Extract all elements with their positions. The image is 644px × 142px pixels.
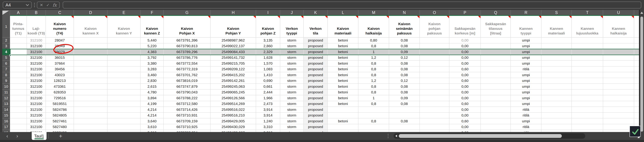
cell-D12[interactable]: [74, 95, 108, 101]
cell-K13[interactable]: proposed: [304, 101, 328, 107]
cell-B2[interactable]: 312100: [27, 38, 46, 44]
cell-Q7[interactable]: [481, 66, 511, 72]
cell-C17[interactable]: 5827480: [46, 124, 74, 130]
cell-A3[interactable]: [10, 44, 27, 49]
sheet-tab-taul1[interactable]: Taul1: [32, 132, 46, 140]
cell-J6[interactable]: storm: [280, 61, 304, 66]
cell-E12[interactable]: [108, 95, 140, 101]
cell-E9[interactable]: [108, 78, 140, 84]
cell-I10[interactable]: 0,661: [256, 84, 280, 90]
cell-U7[interactable]: [603, 66, 634, 72]
cell-A18[interactable]: [10, 130, 27, 132]
column-header-H[interactable]: H: [210, 10, 256, 16]
header-cell-H1[interactable]: Kaivon Pohjan Y: [210, 16, 256, 38]
cell-I16[interactable]: 1,240: [256, 118, 280, 124]
cell-M4[interactable]: 1: [358, 49, 389, 55]
cell-T16[interactable]: [572, 118, 603, 124]
cell-K12[interactable]: proposed: [304, 95, 328, 101]
cell-F10[interactable]: 2,615: [140, 84, 164, 90]
cell-D9[interactable]: [74, 78, 108, 84]
cell-G16[interactable]: 6673709,159: [164, 118, 210, 124]
cell-M8[interactable]: 0,8: [358, 72, 389, 78]
cell-Q10[interactable]: [481, 84, 511, 90]
cell-R10[interactable]: umpi: [511, 84, 542, 90]
cell-A9[interactable]: [10, 78, 27, 84]
cell-G3[interactable]: 6673790,813: [164, 44, 210, 49]
cell-U14[interactable]: [603, 107, 634, 113]
cell-K7[interactable]: proposed: [304, 66, 328, 72]
cell-P3[interactable]: 0,00: [450, 44, 481, 49]
cell-P11[interactable]: 0,00: [450, 90, 481, 96]
cell-A2[interactable]: [10, 38, 27, 44]
cell-F7[interactable]: 3,283: [140, 66, 164, 72]
cell-S18[interactable]: [542, 130, 572, 132]
cell-S17[interactable]: [542, 124, 572, 130]
cell-D13[interactable]: [74, 101, 108, 107]
cell-stub[interactable]: [634, 95, 639, 101]
cell-E10[interactable]: [108, 84, 140, 90]
column-header-D[interactable]: D: [74, 10, 108, 16]
cell-U5[interactable]: [603, 55, 634, 61]
cell-A5[interactable]: [10, 55, 27, 61]
cell-H12[interactable]: 25499126,566: [210, 95, 256, 101]
cell-J8[interactable]: storm: [280, 72, 304, 78]
cell-B17[interactable]: 312100: [27, 124, 46, 130]
cell-G2[interactable]: 6673791,396: [164, 38, 210, 44]
cell-M18[interactable]: [358, 130, 389, 132]
cell-F17[interactable]: 3,610: [140, 124, 164, 130]
cell-S4[interactable]: [542, 49, 572, 55]
cell-Q4[interactable]: [481, 49, 511, 55]
header-cell-stub[interactable]: [634, 16, 639, 38]
cell-S6[interactable]: [542, 61, 572, 66]
cell-H2[interactable]: 25498987,962: [210, 38, 256, 44]
cell-M6[interactable]: 0,8: [358, 61, 389, 66]
cell-T7[interactable]: [572, 66, 603, 72]
cell-A12[interactable]: [10, 95, 27, 101]
cell-O15[interactable]: [420, 113, 450, 118]
cell-G12[interactable]: 6673788,222: [164, 95, 210, 101]
cell-Q3[interactable]: [481, 44, 511, 49]
cell-E2[interactable]: [108, 38, 140, 44]
cell-Q15[interactable]: [481, 113, 511, 118]
cell-Q18[interactable]: [481, 130, 511, 132]
cell-N13[interactable]: 0,08: [389, 101, 420, 107]
cell-G5[interactable]: 6673786,776: [164, 55, 210, 61]
cell-S3[interactable]: [542, 44, 572, 49]
cell-Q11[interactable]: [481, 90, 511, 96]
cell-S15[interactable]: [542, 113, 572, 118]
cell-P6[interactable]: 0,00: [450, 61, 481, 66]
cell-G17[interactable]: 6673710,925: [164, 124, 210, 130]
cell-C2[interactable]: 28047: [46, 38, 74, 44]
cell-E5[interactable]: [108, 55, 140, 61]
cell-T13[interactable]: [572, 101, 603, 107]
cell-N9[interactable]: 0,12: [389, 78, 420, 84]
cell-P13[interactable]: 0,60: [450, 101, 481, 107]
cell-I7[interactable]: 1,083: [256, 66, 280, 72]
cell-H5[interactable]: 25499141,732: [210, 55, 256, 61]
cell-E6[interactable]: [108, 61, 140, 66]
cell-O5[interactable]: [420, 55, 450, 61]
cell-C12[interactable]: 729516: [46, 95, 74, 101]
cell-R9[interactable]: umpi: [511, 78, 542, 84]
cell-stub[interactable]: [634, 118, 639, 124]
sheet-nav-next-button[interactable]: ›: [14, 132, 21, 140]
cell-F12[interactable]: 3,894: [140, 95, 164, 101]
cell-L2[interactable]: betoni: [328, 38, 358, 44]
cell-T8[interactable]: [572, 72, 603, 78]
cell-E18[interactable]: [108, 130, 140, 132]
cell-S7[interactable]: [542, 66, 572, 72]
cell-L13[interactable]: betoni: [328, 101, 358, 107]
cell-F5[interactable]: 3,792: [140, 55, 164, 61]
column-header-I[interactable]: I: [256, 10, 280, 16]
cell-T2[interactable]: [572, 38, 603, 44]
cell-K10[interactable]: proposed: [304, 84, 328, 90]
cell-H4[interactable]: 25499084,433: [210, 49, 256, 55]
header-cell-N1[interactable]: Kaivon seinämän paksuus: [389, 16, 420, 38]
cell-K18[interactable]: proposed: [304, 130, 328, 132]
header-cell-B1[interactable]: Laji- koodi (T3): [27, 16, 46, 38]
cell-H18[interactable]: 25499430,007: [210, 130, 256, 132]
cell-F11[interactable]: 4,780: [140, 90, 164, 96]
cell-B14[interactable]: 312100: [27, 107, 46, 113]
cell-K4[interactable]: proposed: [304, 49, 328, 55]
cell-R12[interactable]: umpi: [511, 95, 542, 101]
